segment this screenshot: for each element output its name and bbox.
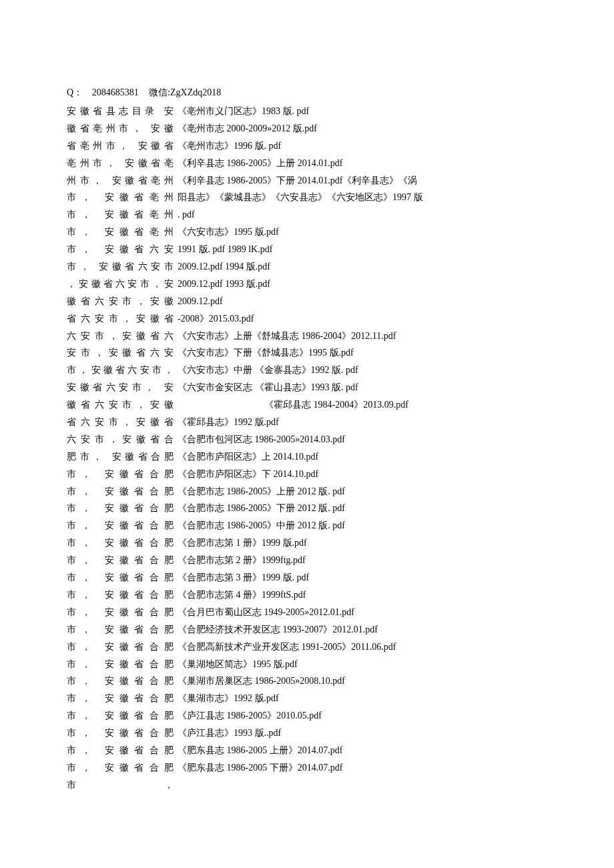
document-page: Q： 2084685381 微信:ZgXZdq2018 安徽省县志目录 安 徽省… (0, 0, 614, 834)
file-line: 《庐江县志》1993 版..pdf (178, 725, 547, 742)
file-line: 《庐江县志 1986-2005》2010.05.pdf (178, 707, 547, 725)
wx-label: 微信: (149, 87, 170, 97)
file-line: 阳县志》《蒙城县志》《六安县志》《六安地区志》1997 版 (178, 189, 547, 206)
left-line: 市， 安徽省合肥 (67, 673, 174, 690)
left-line: 州市， 安徽省亳州 (67, 172, 174, 189)
left-line: 市， 安徽省合肥 (67, 569, 174, 586)
file-line: 《合肥市志 1986-2005》上册 2012 版. pdf (178, 483, 547, 500)
left-line: 省六安市，安徽省 (67, 310, 174, 328)
file-line: 《霍邱县志》1992 版.pdf (178, 414, 547, 431)
left-line: 六安市，安徽省六 (67, 328, 174, 345)
left-line: 市， 安徽省合肥 (67, 517, 174, 534)
file-line: 《合肥经济技术开发区志 1993-2007》2012.01.pdf (178, 621, 547, 638)
left-line: 市， 安徽省亳州 (67, 224, 174, 241)
file-line: 《亳州市志》1996 版. pdf (178, 137, 547, 155)
file-line: 《合肥市志 1986-2005》下册 2012 版. pdf (178, 500, 547, 517)
q-label: Q： (67, 87, 83, 97)
left-line: 亳州市， 安徽省亳 (67, 155, 174, 172)
file-line: 《亳州市义门区志》1983 版. pdf (178, 103, 547, 120)
left-line: 安徽省六安市， 安 (67, 379, 174, 396)
file-line: 《合肥市志 1986-2005》中册 2012 版. pdf (178, 517, 547, 534)
left-line: 市， 安徽省六安市 (67, 258, 174, 276)
file-line: 《合肥市庐阳区志》上 2014.10.pdf (178, 448, 547, 466)
left-line: 市， 安徽省合肥 (67, 466, 174, 483)
left-line: 安市，安徽省六安 (67, 344, 174, 362)
file-line: 《巢湖市志》1992 版.pdf (178, 690, 547, 707)
file-line: 2009.12.pdf 1994 版.pdf (178, 258, 547, 276)
file-line: 2009.12.pdf (178, 293, 547, 310)
left-line: ，安徽省六安市，安 (67, 276, 174, 293)
left-line: 市， 安徽省合肥 (67, 586, 174, 604)
left-line: 徽省亳州市， 安徽 (67, 120, 174, 137)
file-line: 《肥东县志 1986-2005 下册》2014.07.pdf (178, 759, 547, 777)
left-line: 市， 安徽省合肥 (67, 690, 174, 707)
file-line: 2009.12.pdf 1993 版.pdf (178, 276, 547, 293)
left-line: 徽省六安市，安徽 (67, 293, 174, 310)
wx-value: ZgXZdq2018 (170, 87, 221, 97)
file-line: 《合肥市志第 1 册》1999 版.pdf (178, 534, 547, 552)
q-value: 2084685381 (92, 87, 139, 97)
file-line: 《合肥市包河区志 1986-2005»2014.03.pdf (178, 431, 547, 448)
left-line: 市，安徽省六安市， (67, 362, 174, 379)
file-line: 《六安市志》中册 《金寨县志》1992 版. pdf (178, 362, 547, 379)
file-line: 《霍邱县志 1984-2004》2013.09.pdf (178, 396, 547, 414)
left-line: 市， 安徽省合肥 (67, 707, 174, 725)
left-line: 肥市， 安徽省合肥 (67, 448, 174, 466)
left-line: 市， 安徽省合肥 (67, 759, 174, 777)
left-line: 省亳州市， 安徽省 (67, 137, 174, 155)
file-line: 《合肥市志第 3 册》1999 版. pdf (178, 569, 547, 586)
left-line: 市， 安徽省合肥 (67, 725, 174, 742)
file-line: 《六安市志》上册《舒城县志 1986-2004》2012.11.pdf (178, 328, 547, 345)
left-line: 市， 安徽省亳州 (67, 206, 174, 224)
left-line: 安徽省县志目录 安 (67, 103, 174, 120)
file-line: 《合肥市庐阳区志》下 2014.10.pdf (178, 466, 547, 483)
file-line: . pdf (178, 206, 547, 224)
header-line: Q： 2084685381 微信:ZgXZdq2018 (67, 87, 547, 99)
file-line: 《巢湖市居巢区志 1986-2005»2008.10.pdf (178, 673, 547, 690)
left-line: 六安市，安徽省合 (67, 431, 174, 448)
file-line: 《合肥高新技术产业开发区志 1991-2005》2011.06.pdf (178, 638, 547, 656)
file-line: 《亳州市志 2000-2009»2012 版.pdf (178, 120, 547, 137)
left-line: 省六安市，安徽省 (67, 414, 174, 431)
left-line: 市， 安徽省合肥 (67, 500, 174, 517)
left-line: 市， 安徽省合肥 (67, 534, 174, 552)
file-line: 《合肥市志第 4 册》1999ftS.pdf (178, 586, 547, 604)
left-line: 市， 安徽省合肥 (67, 638, 174, 656)
left-line: 市， 安徽省合肥 (67, 656, 174, 673)
left-line: 市， 安徽省亳州 (67, 189, 174, 206)
right-column: 《亳州市义门区志》1983 版. pdf 《亳州市志 2000-2009»201… (174, 103, 547, 777)
left-line: 市， 安徽省六安 (67, 241, 174, 258)
file-line: 《利辛县志 1986-2005》上册 2014.01.pdf (178, 155, 547, 172)
content-columns: 安徽省县志目录 安 徽省亳州市， 安徽 省亳州市， 安徽省 亳州市， 安徽省亳 … (67, 103, 547, 794)
left-line: 市， 安徽省合肥 (67, 742, 174, 759)
file-line: 《六安市志》1995 版.pdf (178, 224, 547, 241)
file-line: 《肥东县志 1986-2005 上册》2014.07.pdf (178, 742, 547, 759)
left-line: 市， 安徽省合肥 (67, 604, 174, 621)
file-line: 1991 版. pdf 1989 lK.pdf (178, 241, 547, 258)
left-line: 徽省六安市，安徽 (67, 396, 174, 414)
file-line: 《六安市金安区志 《霍山县志》1993 版. pdf (178, 379, 547, 396)
left-line: 市， 安徽省合肥 (67, 552, 174, 569)
file-line: 《六安市志》下册《舒城县志》1995 版.pdf (178, 344, 547, 362)
left-line: 市， 安徽省合肥 (67, 483, 174, 500)
left-column: 安徽省县志目录 安 徽省亳州市， 安徽 省亳州市， 安徽省 亳州市， 安徽省亳 … (67, 103, 174, 794)
file-line: 《合月巴市蜀山区志 1949-2005»2012.01.pdf (178, 604, 547, 621)
left-line: 市， 安徽省合肥 (67, 621, 174, 638)
file-line: -2008》2015.03.pdf (178, 310, 547, 328)
file-line: 《合肥市志第 2 册》1999ftg.pdf (178, 552, 547, 569)
file-line: 《利辛县志 1986-2005》下册 2014.01.pdf《利辛县志》《涡 (178, 172, 547, 189)
file-line: 《巢湖地区简志》1995 版.pdf (178, 656, 547, 673)
left-line: 市， (67, 777, 174, 794)
